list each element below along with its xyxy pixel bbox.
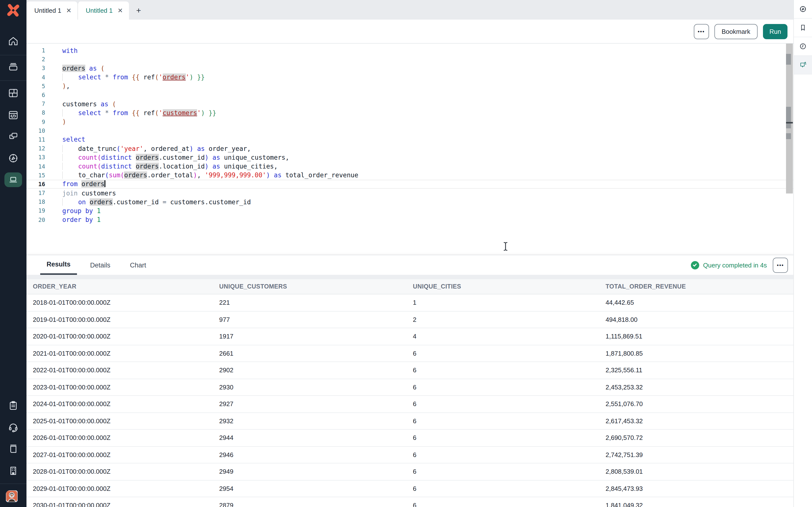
cursor-line-marker <box>786 122 793 123</box>
code-line[interactable]: 7customers as ( <box>27 100 793 108</box>
sidebar-item-dashboards[interactable] <box>0 86 27 100</box>
table-cell: 2018-01-01T00:00:00.000Z <box>27 299 219 306</box>
bookmark-icon <box>799 23 807 32</box>
table-cell: 2954 <box>219 485 413 492</box>
table-row[interactable]: 2029-01-01T00:00:00.000Z295462,845,473.9… <box>27 480 793 497</box>
compass-icon <box>7 152 19 164</box>
sidebar-item-apps[interactable] <box>0 129 27 144</box>
new-tab-button[interactable]: + <box>129 1 148 19</box>
code-line[interactable]: 10 <box>27 126 793 135</box>
table-cell: 2946 <box>219 451 413 458</box>
sidebar-item-terminal-active[interactable] <box>0 172 27 187</box>
code-line[interactable]: 18 on orders.customer_id = customers.cus… <box>27 198 793 206</box>
code-line[interactable]: 1with <box>27 46 793 55</box>
code-line[interactable]: 20order by 1 <box>27 215 793 224</box>
sidebar-item-changelog[interactable] <box>0 398 27 413</box>
table-cell: 2930 <box>219 384 413 391</box>
scrollbar-thumb[interactable] <box>786 107 791 128</box>
sidebar-item-home[interactable] <box>0 34 27 49</box>
tab-results[interactable]: Results <box>40 255 77 275</box>
book-icon <box>7 443 19 455</box>
column-header[interactable]: UNIQUE_CUSTOMERS <box>219 283 413 290</box>
table-cell: 1,115,869.51 <box>606 333 793 340</box>
table-cell: 2,325,556.11 <box>606 367 793 374</box>
code-line[interactable]: 19group by 1 <box>27 207 793 215</box>
code-line[interactable]: 3orders as ( <box>27 64 793 73</box>
rail-item-history[interactable] <box>794 37 812 56</box>
more-options-button[interactable]: ••• <box>694 24 709 39</box>
table-cell: 4 <box>413 333 606 340</box>
code-line[interactable]: 6 <box>27 91 793 100</box>
tab-untitled-1[interactable]: Untitled 1 ✕ <box>27 1 78 19</box>
bookmark-button[interactable]: Bookmark <box>714 24 758 39</box>
code-line[interactable]: 4 select * from {{ ref('orders') }} <box>27 73 793 81</box>
table-row[interactable]: 2028-01-01T00:00:00.000Z294962,808,539.0… <box>27 463 793 480</box>
table-row[interactable]: 2019-01-01T00:00:00.000Z9772494,818.00 <box>27 311 793 328</box>
table-row[interactable]: 2027-01-01T00:00:00.000Z294662,742,751.3… <box>27 447 793 463</box>
right-rail <box>793 0 812 507</box>
rail-item-ai-chat[interactable] <box>794 56 812 74</box>
tab-untitled-2-active[interactable]: Untitled 1 ✕ <box>78 1 129 19</box>
code-line[interactable]: 11select <box>27 135 793 144</box>
table-row[interactable]: 2030-01-01T00:00:00.000Z287961,841,049.3… <box>27 497 793 507</box>
code-line[interactable]: 17join customers <box>27 188 793 198</box>
code-text: order by 1 <box>51 216 101 223</box>
table-cell: 44,442.65 <box>606 299 793 306</box>
code-text: ) <box>51 118 66 125</box>
table-row[interactable]: 2020-01-01T00:00:00.000Z191741,115,869.5… <box>27 328 793 345</box>
user-avatar[interactable] <box>0 490 27 505</box>
code-text: count(distinct orders.customer_id) as un… <box>51 154 289 161</box>
table-header: ORDER_YEARUNIQUE_CUSTOMERSUNIQUE_CITIEST… <box>27 279 793 294</box>
tab-chart[interactable]: Chart <box>123 255 152 275</box>
code-text: with <box>51 47 78 54</box>
table-cell: 2,808,539.01 <box>606 468 793 475</box>
results-more-button[interactable]: ••• <box>773 258 788 273</box>
close-icon[interactable]: ✕ <box>66 7 71 14</box>
code-line[interactable]: 8 select * from {{ ref('customers') }} <box>27 109 793 117</box>
code-text: ), <box>51 82 70 90</box>
line-number: 10 <box>27 127 51 134</box>
sidebar-item-docs[interactable] <box>0 441 27 456</box>
code-line[interactable]: 15 to_char(sum(orders.order_total), '999… <box>27 171 793 179</box>
app-logo[interactable] <box>0 0 27 20</box>
close-icon[interactable]: ✕ <box>118 7 123 14</box>
tab-details[interactable]: Details <box>84 255 117 275</box>
table-row[interactable]: 2023-01-01T00:00:00.000Z293062,453,253.3… <box>27 379 793 396</box>
sidebar-item-code-ide[interactable] <box>0 108 27 122</box>
column-header[interactable]: UNIQUE_CITIES <box>413 283 606 290</box>
rail-item-discover[interactable] <box>794 0 812 19</box>
table-row[interactable]: 2026-01-01T00:00:00.000Z294462,690,570.7… <box>27 430 793 447</box>
editor-scrollbar[interactable] <box>786 44 793 193</box>
sidebar-divider <box>0 484 27 484</box>
sql-editor[interactable]: 1with23orders as (4 select * from {{ ref… <box>27 44 793 255</box>
table-row[interactable]: 2024-01-01T00:00:00.000Z292762,551,076.7… <box>27 396 793 413</box>
results-toolbar: Results Details Chart Query completed in… <box>27 255 793 275</box>
table-row[interactable]: 2025-01-01T00:00:00.000Z293262,617,453.3… <box>27 413 793 430</box>
scrollbar-mark <box>786 54 791 65</box>
code-line[interactable]: 16from orders <box>27 180 793 188</box>
table-cell: 977 <box>219 316 413 323</box>
sidebar-item-inbox[interactable] <box>0 59 27 74</box>
left-sidebar <box>0 0 27 507</box>
code-line[interactable]: 5), <box>27 82 793 91</box>
table-cell: 2020-01-01T00:00:00.000Z <box>27 333 219 340</box>
code-line[interactable]: 13 count(distinct orders.customer_id) as… <box>27 153 793 162</box>
code-line[interactable]: 9) <box>27 117 793 126</box>
table-cell: 2021-01-01T00:00:00.000Z <box>27 350 219 357</box>
table-row[interactable]: 2022-01-01T00:00:00.000Z290262,325,556.1… <box>27 362 793 379</box>
sidebar-item-support[interactable] <box>0 420 27 435</box>
column-header[interactable]: ORDER_YEAR <box>27 283 219 290</box>
column-header[interactable]: TOTAL_ORDER_REVENUE <box>606 283 793 290</box>
run-button[interactable]: Run <box>763 24 788 39</box>
code-line[interactable]: 12 date_trunc('year', ordered_at) as ord… <box>27 144 793 153</box>
code-line[interactable]: 2 <box>27 55 793 64</box>
sidebar-item-organization[interactable] <box>0 463 27 478</box>
table-row[interactable]: 2021-01-01T00:00:00.000Z266161,871,800.8… <box>27 345 793 362</box>
rail-item-bookmarks[interactable] <box>794 19 812 37</box>
code-text: group by 1 <box>51 207 101 215</box>
sidebar-item-explore[interactable] <box>0 151 27 166</box>
code-line[interactable]: 14 count(distinct orders.location_id) as… <box>27 162 793 171</box>
table-body[interactable]: 2018-01-01T00:00:00.000Z221144,442.65201… <box>27 294 793 507</box>
table-row[interactable]: 2018-01-01T00:00:00.000Z221144,442.65 <box>27 294 793 311</box>
table-cell: 2902 <box>219 367 413 374</box>
